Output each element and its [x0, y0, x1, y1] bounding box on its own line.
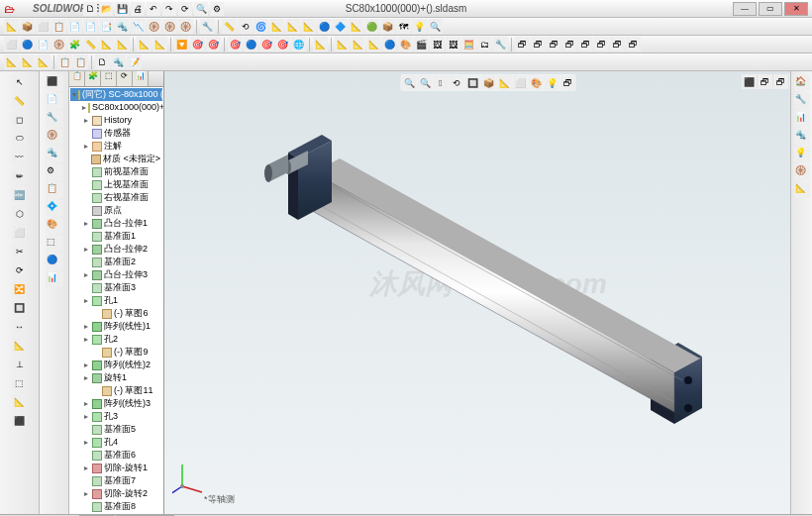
- toolbar-button[interactable]: 📦: [20, 19, 35, 34]
- view-tool[interactable]: 📦: [481, 75, 496, 90]
- tree-tab[interactable]: 🧩: [85, 71, 101, 86]
- qat-button[interactable]: ↷: [162, 2, 176, 16]
- tree-row[interactable]: 基准面7: [70, 474, 162, 487]
- left-tool[interactable]: ⬡: [12, 206, 27, 221]
- toolbar-button[interactable]: 📐: [269, 19, 284, 34]
- left-tool[interactable]: 🔲: [12, 300, 27, 315]
- tree-row[interactable]: ▸切除-旋转1: [70, 462, 162, 474]
- toolbar-button[interactable]: 💡: [412, 19, 427, 34]
- tree-row[interactable]: (-) 草图6: [70, 307, 162, 320]
- view-tool[interactable]: 🎨: [529, 75, 544, 90]
- toolbar-button[interactable]: 📐: [351, 37, 365, 52]
- view-tool-r[interactable]: ⬛: [742, 74, 757, 89]
- toolbar-button[interactable]: 🔷: [333, 19, 348, 34]
- vtool-button[interactable]: 📊: [46, 271, 63, 287]
- left-tool[interactable]: 📏: [12, 93, 27, 108]
- toolbar-button[interactable]: 🎯: [259, 37, 274, 52]
- right-tool[interactable]: 🔧: [794, 93, 810, 109]
- tree-row[interactable]: ▾(同它) SC-80x1000 (0): [70, 88, 162, 101]
- toolbar-button[interactable]: 🗗: [610, 37, 625, 52]
- toolbar-button[interactable]: 🗗: [562, 37, 577, 52]
- toolbar-button[interactable]: 🎯: [190, 37, 205, 52]
- tree-expander[interactable]: ▸: [82, 268, 90, 281]
- toolbar-button[interactable]: 🟢: [364, 19, 379, 34]
- toolbar-button[interactable]: 🗋: [95, 54, 110, 69]
- tree-expander[interactable]: ▾: [72, 88, 76, 101]
- vtool-button[interactable]: ⚙: [46, 164, 63, 180]
- toolbar-button[interactable]: 🔵: [317, 19, 332, 34]
- right-tool[interactable]: 💡: [794, 147, 810, 162]
- tree-expander[interactable]: ▸: [82, 320, 90, 333]
- tree-row[interactable]: ▸阵列(线性)2: [70, 359, 162, 371]
- left-tool[interactable]: 🔀: [12, 281, 27, 296]
- tree-expander[interactable]: ▸: [82, 243, 90, 256]
- tree-row[interactable]: ▸孔2: [70, 333, 162, 346]
- toolbar-button[interactable]: 🛞: [51, 37, 66, 52]
- qat-button[interactable]: 🖨: [131, 2, 145, 16]
- view-tool[interactable]: ⬜: [513, 75, 528, 90]
- tree-row[interactable]: 右视基准面: [70, 191, 162, 204]
- toolbar-button[interactable]: 🎬: [414, 37, 429, 52]
- tree-row[interactable]: ▸孔4: [70, 436, 162, 449]
- toolbar-button[interactable]: 🌐: [291, 37, 306, 52]
- left-tool[interactable]: ⬛: [12, 413, 27, 428]
- qat-button[interactable]: 📂: [99, 2, 113, 16]
- minimize-button[interactable]: —: [733, 2, 757, 16]
- tree-expander[interactable]: ▸: [82, 217, 90, 230]
- tree-row[interactable]: ▸切除-旋转2: [70, 487, 162, 500]
- left-tool[interactable]: ⬜: [12, 225, 27, 240]
- tree-row[interactable]: 基准面5: [70, 423, 162, 436]
- toolbar-button[interactable]: 📐: [4, 54, 19, 69]
- tree-expander[interactable]: ▸: [82, 371, 90, 384]
- toolbar-button[interactable]: 🌀: [254, 19, 268, 34]
- tree-row[interactable]: 前视基准面: [70, 165, 162, 178]
- toolbar-button[interactable]: 🗗: [594, 37, 609, 52]
- view-triad[interactable]: [172, 461, 208, 496]
- tree-row[interactable]: ▸凸台-拉伸3: [70, 268, 162, 281]
- toolbar-button[interactable]: 🖼: [446, 37, 460, 52]
- tree-row[interactable]: 基准面3: [70, 281, 162, 294]
- toolbar-button[interactable]: 📐: [137, 37, 152, 52]
- view-tool[interactable]: 🟳: [434, 75, 449, 90]
- toolbar-button[interactable]: 📏: [83, 37, 98, 52]
- toolbar-button[interactable]: 📐: [36, 54, 51, 69]
- vtool-button[interactable]: 🔩: [46, 147, 63, 162]
- tree-row[interactable]: ▸注解: [70, 140, 162, 153]
- left-tool[interactable]: 〰: [12, 150, 27, 164]
- tree-expander[interactable]: ▸: [82, 140, 90, 153]
- toolbar-button[interactable]: 🗺: [396, 19, 411, 34]
- toolbar-button[interactable]: 🔵: [20, 37, 35, 52]
- feature-tree[interactable]: ▾(同它) SC-80x1000 (0)▸SC80x1000(000)+() 件…: [69, 87, 163, 514]
- tree-expander[interactable]: ▸: [82, 114, 90, 127]
- tree-row[interactable]: 原点: [70, 204, 162, 217]
- toolbar-button[interactable]: 📄: [36, 37, 51, 52]
- tree-row[interactable]: 传感器: [70, 127, 162, 140]
- toolbar-button[interactable]: 🧩: [67, 37, 82, 52]
- tree-tab[interactable]: ⬚: [101, 71, 117, 86]
- toolbar-button[interactable]: 🎯: [206, 37, 221, 52]
- tree-row[interactable]: ▸阵列(线性)3: [70, 397, 162, 410]
- tree-row[interactable]: ▸History: [70, 114, 162, 127]
- model-view[interactable]: [251, 125, 726, 462]
- toolbar-button[interactable]: 📋: [51, 19, 66, 34]
- toolbar-button[interactable]: 🗂: [477, 37, 492, 52]
- left-tool[interactable]: ✂: [12, 244, 27, 258]
- toolbar-button[interactable]: 📏: [222, 19, 237, 34]
- qat-button[interactable]: ⟳: [178, 2, 192, 16]
- toolbar-button[interactable]: ⟲: [238, 19, 253, 34]
- right-tool[interactable]: 🔩: [794, 129, 810, 145]
- tree-row[interactable]: 基准面8: [70, 500, 162, 513]
- tree-expander[interactable]: ▸: [82, 462, 90, 474]
- toolbar-button[interactable]: 📋: [73, 54, 88, 69]
- tree-expander[interactable]: ▸: [82, 294, 90, 307]
- tree-row[interactable]: ▸切除-旋转3: [70, 513, 162, 514]
- tree-expander[interactable]: ▸: [82, 410, 90, 423]
- tree-row[interactable]: ▸孔3: [70, 410, 162, 423]
- tree-expander[interactable]: ▸: [82, 436, 90, 449]
- tree-expander[interactable]: ▸: [82, 397, 90, 410]
- tree-row[interactable]: 材质 <未指定>: [70, 153, 162, 165]
- toolbar-button[interactable]: 🛞: [147, 19, 161, 34]
- toolbar-button[interactable]: 📐: [313, 37, 328, 52]
- tree-expander[interactable]: ▸: [82, 487, 90, 500]
- vtool-button[interactable]: 📋: [46, 182, 63, 198]
